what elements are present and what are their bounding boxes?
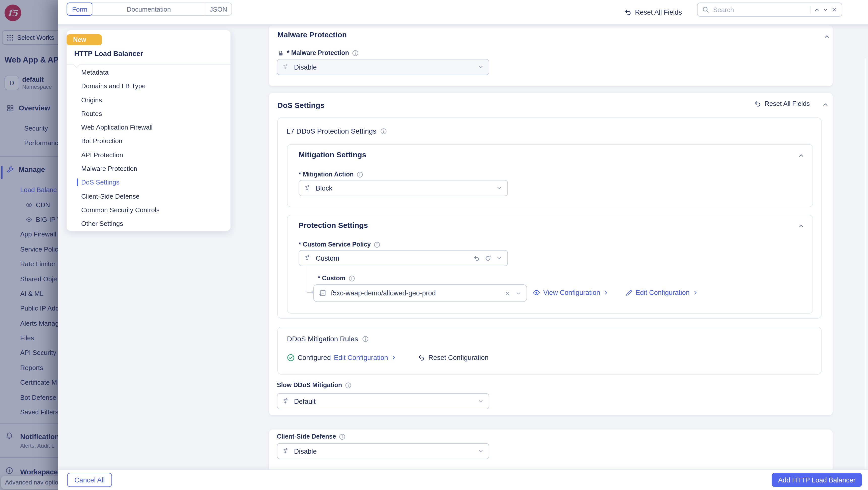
collapse-icon[interactable] — [822, 101, 829, 108]
client-side-defense-section: Client-Side Defense Disable — [269, 429, 833, 472]
protection-settings-box: Protection Settings * Custom Service Pol… — [287, 215, 813, 314]
form-nav-item[interactable]: Routes — [67, 107, 230, 121]
branch-icon — [282, 448, 289, 455]
chevron-down-icon — [477, 64, 484, 70]
chevron-down-icon — [516, 290, 522, 296]
info-icon[interactable] — [374, 241, 380, 248]
reset-configuration-button[interactable]: Reset Configuration — [418, 354, 489, 361]
info-icon[interactable] — [362, 335, 369, 342]
chevron-down-icon — [496, 255, 502, 261]
ddos-mitigation-rules-box: DDoS Mitigation Rules Configured Edit Co… — [277, 327, 822, 374]
app-sidebar: f5 Select Works Web App & AP D default N… — [0, 0, 58, 490]
branch-icon — [282, 64, 289, 71]
field-connector — [306, 266, 313, 293]
cancel-all-button[interactable]: Cancel All — [67, 473, 112, 487]
chevron-right-icon — [693, 290, 698, 295]
rules-edit-configuration-link[interactable]: Edit Configuration — [334, 354, 397, 361]
form-nav-item[interactable]: Common Security Controls — [67, 203, 230, 217]
form-nav-item[interactable]: Web Application Firewall — [67, 121, 230, 134]
field-label: * Mitigation Action — [299, 171, 354, 178]
dos-reset-all-button[interactable]: Reset All Fields — [754, 100, 810, 107]
close-icon[interactable] — [831, 6, 837, 12]
refresh-icon[interactable] — [485, 255, 491, 261]
info-icon[interactable] — [357, 171, 363, 178]
form-section-nav: New HTTP Load Balancer MetadataDomains a… — [67, 30, 230, 231]
client-side-defense-select[interactable]: Disable — [277, 443, 489, 459]
undo-icon[interactable] — [473, 255, 479, 261]
dos-settings-section: DoS Settings Reset All Fields L7 DDoS Pr… — [269, 93, 833, 415]
info-icon[interactable] — [339, 433, 346, 440]
undo-icon — [624, 8, 631, 16]
l7-title: L7 DDoS Protection Settings — [286, 127, 376, 135]
add-http-load-balancer-button[interactable]: Add HTTP Load Balancer — [772, 473, 862, 487]
tab-json[interactable]: JSON — [205, 3, 231, 15]
collapse-icon[interactable] — [798, 152, 804, 159]
box-title: Protection Settings — [299, 221, 368, 229]
mitigation-settings-box: Mitigation Settings * Mitigation Action … — [287, 144, 813, 207]
form-footer: Cancel All Add HTTP Load Balancer — [58, 469, 868, 490]
tab-form[interactable]: Form — [67, 2, 93, 15]
branch-icon — [304, 255, 311, 262]
check-circle-icon — [287, 354, 294, 361]
form-topbar: Form Documentation JSON Reset All Fields — [58, 0, 868, 25]
info-icon[interactable] — [352, 50, 359, 56]
chevron-down-icon[interactable] — [823, 7, 828, 12]
field-label: * Malware Protection — [287, 50, 349, 57]
form-nav-item[interactable]: API Protection — [67, 148, 230, 162]
clear-icon[interactable] — [504, 290, 510, 296]
edit-configuration-link[interactable]: Edit Configuration — [625, 289, 698, 296]
chevron-up-icon[interactable] — [814, 7, 819, 12]
form-title: HTTP Load Balancer — [74, 50, 143, 58]
info-icon[interactable] — [380, 128, 387, 134]
form-nav-item[interactable]: Domains and LB Type — [67, 79, 230, 93]
connector-dot — [311, 291, 313, 293]
form-nav-item[interactable]: Malware Protection — [67, 162, 230, 176]
search-box[interactable] — [697, 2, 842, 17]
eye-icon — [533, 289, 540, 296]
form-nav-item[interactable]: Other Settings — [67, 217, 230, 231]
chevron-right-icon — [603, 290, 609, 295]
chevron-down-icon — [496, 185, 502, 191]
object-ref-icon — [319, 289, 326, 297]
chevron-down-icon — [477, 398, 484, 404]
reset-all-fields-button[interactable]: Reset All Fields — [624, 5, 682, 19]
collapse-icon[interactable] — [824, 33, 830, 40]
pencil-icon — [625, 289, 632, 296]
section-title: Malware Protection — [277, 30, 347, 39]
http-lb-form-panel: Form Documentation JSON Reset All Fields… — [58, 0, 868, 490]
search-icon — [702, 6, 709, 13]
slow-ddos-mitigation-select[interactable]: Default — [277, 393, 489, 409]
field-label: * Custom Service Policy — [299, 241, 371, 248]
tab-documentation[interactable]: Documentation — [92, 3, 205, 15]
search-divider — [810, 6, 811, 13]
form-nav-item[interactable]: Client-Side Defense — [67, 189, 230, 203]
undo-icon — [754, 100, 761, 107]
new-badge: New — [67, 34, 102, 45]
field-label: * Custom — [318, 275, 345, 282]
form-nav-item[interactable]: Metadata — [67, 66, 230, 79]
custom-service-policy-select[interactable]: Custom — [299, 250, 508, 266]
malware-protection-select[interactable]: Disable — [277, 59, 489, 75]
lock-icon — [277, 50, 284, 56]
search-input[interactable] — [712, 5, 807, 14]
collapse-icon[interactable] — [798, 223, 804, 229]
form-nav-list: MetadataDomains and LB TypeOriginsRoutes… — [67, 66, 230, 231]
chevron-down-icon — [477, 448, 484, 454]
status-text: Configured — [298, 354, 331, 361]
nav-divider — [67, 64, 230, 65]
chevron-right-icon — [391, 355, 397, 360]
form-nav-item[interactable]: DoS Settings — [67, 176, 230, 190]
scrollbar[interactable] — [865, 58, 867, 469]
mitigation-action-select[interactable]: Block — [299, 180, 508, 196]
form-nav-item[interactable]: Origins — [67, 93, 230, 107]
custom-policy-ref-select[interactable]: f5xc-waap-demo/allowed-geo-prod — [313, 284, 527, 302]
info-icon[interactable] — [345, 382, 351, 388]
box-title: DDoS Mitigation Rules — [287, 335, 358, 343]
l7-ddos-box: L7 DDoS Protection Settings Mitigation S… — [277, 118, 822, 319]
undo-icon — [418, 354, 425, 361]
info-icon[interactable] — [348, 275, 355, 282]
view-configuration-link[interactable]: View Configuration — [533, 289, 609, 296]
form-nav-item[interactable]: Bot Protection — [67, 134, 230, 148]
field-label: Slow DDoS Mitigation — [277, 382, 342, 389]
box-title: Mitigation Settings — [299, 150, 366, 159]
